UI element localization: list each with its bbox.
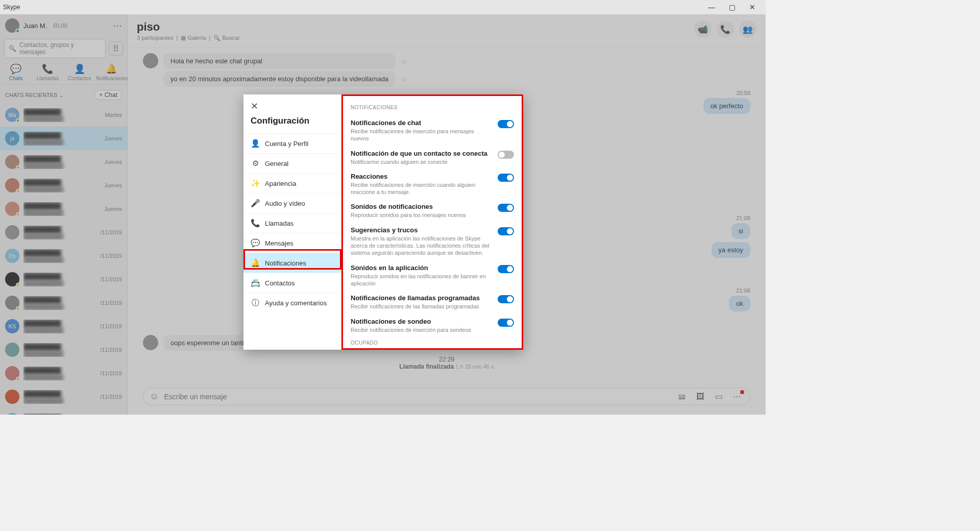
mic-icon: 🎤 xyxy=(251,199,260,208)
wand-icon: ✨ xyxy=(251,179,260,188)
settings-item-notifications[interactable]: 🔔Notificaciones xyxy=(243,253,341,273)
settings-title: Configuración xyxy=(243,114,341,133)
group-label-notifications: NOTIFICACIONES xyxy=(351,105,514,110)
settings-modal: ✕ Configuración 👤Cuenta y Perfil ⚙Genera… xyxy=(243,94,523,350)
settings-item-contacts[interactable]: 📇Contactos xyxy=(243,273,341,293)
setting-option: Sugerencias y trucosMuestra en la aplica… xyxy=(351,223,514,260)
close-button[interactable]: ✕ xyxy=(243,94,341,114)
settings-item-general[interactable]: ⚙General xyxy=(243,153,341,173)
settings-nav: ✕ Configuración 👤Cuenta y Perfil ⚙Genera… xyxy=(243,94,341,350)
settings-item-help[interactable]: ⓘAyuda y comentarios xyxy=(243,293,341,313)
toggle-switch[interactable] xyxy=(498,295,514,303)
info-icon: ⓘ xyxy=(251,298,260,308)
window-minimize-icon[interactable]: — xyxy=(701,3,722,11)
window-maximize-icon[interactable]: ▢ xyxy=(722,3,742,11)
setting-option: Sonidos de notificacionesReproducir soni… xyxy=(351,199,514,222)
toggle-switch[interactable] xyxy=(498,174,514,182)
bell-icon: 🔔 xyxy=(251,258,260,268)
setting-option: Notificación de que un contacto se conec… xyxy=(351,146,514,169)
setting-option: Notificaciones de llamadas programadasRe… xyxy=(351,291,514,313)
toggle-switch[interactable] xyxy=(498,151,514,159)
setting-option: Notificaciones de chatRecibe notificacio… xyxy=(351,115,514,146)
gear-icon: ⚙ xyxy=(251,159,260,168)
settings-panel: NOTIFICACIONES Notificaciones de chatRec… xyxy=(341,94,523,350)
toggle-switch[interactable] xyxy=(498,120,514,128)
group-label-busy: OCUPADO xyxy=(351,340,514,346)
person-icon: 👤 xyxy=(251,139,260,148)
toggle-switch[interactable] xyxy=(498,227,514,235)
window-titlebar: Skype — ▢ ✕ xyxy=(0,0,766,14)
settings-item-calls[interactable]: 📞Llamadas xyxy=(243,213,341,233)
toggle-switch[interactable] xyxy=(498,265,514,273)
settings-item-account[interactable]: 👤Cuenta y Perfil xyxy=(243,133,341,153)
settings-item-appearance[interactable]: ✨Apariencia xyxy=(243,173,341,193)
message-icon: 💬 xyxy=(251,238,260,248)
settings-item-audio[interactable]: 🎤Audio y vídeo xyxy=(243,193,341,213)
phone-icon: 📞 xyxy=(251,219,260,228)
toggle-switch[interactable] xyxy=(498,319,514,327)
book-icon: 📇 xyxy=(251,278,260,287)
setting-option: Sonidos en la aplicaciónReproducir sonid… xyxy=(351,260,514,291)
setting-option: ReaccionesRecibe notificaciones de inser… xyxy=(351,169,514,200)
toggle-switch[interactable] xyxy=(498,204,514,212)
app-name: Skype xyxy=(3,4,20,11)
setting-option: Notificaciones de sondeoRecibir notifica… xyxy=(351,314,514,337)
settings-item-messages[interactable]: 💬Mensajes xyxy=(243,233,341,253)
window-close-icon[interactable]: ✕ xyxy=(742,3,763,11)
